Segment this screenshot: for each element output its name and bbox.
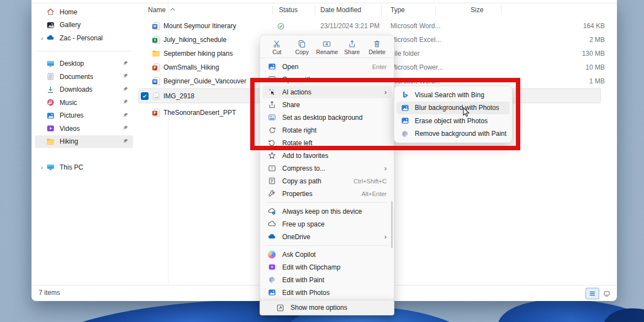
column-separator[interactable] xyxy=(501,6,502,15)
menu-item-set-as-desktop-background[interactable]: Set as desktop background xyxy=(262,111,392,124)
delete-button[interactable]: Delete xyxy=(366,39,389,55)
pin-icon xyxy=(122,125,129,131)
file-name: September hiking plans xyxy=(163,50,233,57)
menu-item-ai-actions[interactable]: AI actions xyxy=(262,86,392,98)
sidebar-item-label: Pictures xyxy=(60,112,83,119)
column-header-name[interactable]: Name xyxy=(148,6,175,14)
submenu-item-visual-search-bing[interactable]: Visual Search with Bing xyxy=(397,88,510,102)
menu-item-add-to-favorites[interactable]: Add to favorites xyxy=(262,149,392,162)
column-separator[interactable] xyxy=(272,6,273,15)
submenu-item-erase-object-photos[interactable]: Erase object with Photos xyxy=(397,114,510,128)
folder-icon xyxy=(152,49,160,57)
chevron-right-icon: › xyxy=(38,35,46,41)
menu-item-edit-with-paint[interactable]: Edit with Paint xyxy=(262,273,392,286)
column-header-size[interactable]: Size xyxy=(471,6,483,14)
file-type: Microsoft Word... xyxy=(390,22,440,30)
menu-item-rotate-right[interactable]: Rotate right xyxy=(262,124,392,136)
sidebar-item-label: Music xyxy=(60,99,77,107)
desktop: { "sidebar": { "items": [ {"label": "Hom… xyxy=(0,0,644,322)
column-separator[interactable] xyxy=(381,6,382,15)
pin-icon xyxy=(122,60,129,67)
show-more-options-button[interactable]: Show more options xyxy=(260,300,394,315)
menu-item-open-with[interactable]: Open with xyxy=(262,73,392,86)
menu-item-free-up-space[interactable]: Free up space xyxy=(262,218,392,230)
sidebar-item-downloads[interactable]: Downloads xyxy=(35,83,133,97)
sidebar-item-label: Desktop xyxy=(60,60,84,67)
bing-icon xyxy=(400,91,409,99)
photos-icon xyxy=(400,117,409,125)
desktop-icon xyxy=(46,59,55,68)
sidebar-item-music[interactable]: Music xyxy=(35,96,133,109)
cloud-check-icon xyxy=(267,207,276,216)
file-size: 2 MB xyxy=(539,36,605,44)
show-more-icon xyxy=(276,303,284,312)
copy-button[interactable]: Copy xyxy=(291,39,314,55)
sidebar-item-home[interactable]: Home xyxy=(35,6,133,19)
rename-button[interactable]: A Rename xyxy=(315,39,339,55)
svg-text:W: W xyxy=(153,80,157,83)
sidebar-item-documents[interactable]: Documents xyxy=(35,70,133,83)
column-header-type[interactable]: Type xyxy=(390,6,405,14)
rotate-right-icon xyxy=(267,126,276,135)
selected-checkbox[interactable] xyxy=(141,92,149,100)
pin-icon xyxy=(122,73,129,80)
column-separator[interactable] xyxy=(435,6,436,15)
rotate-left-icon xyxy=(267,139,276,147)
file-size: 130 MB xyxy=(539,50,605,57)
cut-label: Cut xyxy=(272,49,281,55)
pin-icon xyxy=(122,112,129,119)
file-type: Microsoft Power... xyxy=(390,64,443,71)
menu-item-open[interactable]: Open Enter xyxy=(262,60,392,73)
pin-icon xyxy=(122,99,129,105)
copy-icon xyxy=(298,40,306,48)
items-count: 7 items xyxy=(39,289,60,297)
column-separator[interactable] xyxy=(315,6,315,15)
photos-icon xyxy=(267,62,276,71)
share-button[interactable]: Share xyxy=(340,39,363,55)
sidebar-item-label: Zac - Personal xyxy=(60,34,103,42)
file-row-word[interactable]: W Mount Seymour Itinerary 23/11/2024 3:2… xyxy=(136,19,617,33)
sidebar-item-label: Downloads xyxy=(60,86,92,93)
folder-icon xyxy=(46,137,55,146)
details-view-button[interactable] xyxy=(585,288,599,299)
open-with-icon xyxy=(267,75,276,84)
cut-button[interactable]: Cut xyxy=(265,39,288,55)
file-type: Microsoft Word... xyxy=(390,77,440,85)
sidebar-item-videos[interactable]: Videos xyxy=(35,122,133,135)
sidebar-item-pictures[interactable]: Pictures xyxy=(35,109,133,123)
sidebar-item-label: Gallery xyxy=(60,21,81,29)
menu-item-onedrive[interactable]: OneDrive xyxy=(262,230,392,243)
videos-icon xyxy=(46,124,55,133)
file-size: 164 KB xyxy=(539,22,605,30)
downloads-icon xyxy=(46,85,55,94)
sidebar-item-label: This PC xyxy=(60,163,83,171)
copilot-icon xyxy=(267,250,276,259)
sidebar-item-this-pc[interactable]: › This PC xyxy=(35,161,133,174)
submenu-item-blur-background-photos[interactable]: Blur background with Photos xyxy=(397,102,510,115)
onedrive-cloud-icon xyxy=(267,233,276,241)
column-header-date-modified[interactable]: Date Modified xyxy=(320,6,361,14)
submenu-chevron-icon xyxy=(384,164,387,172)
menu-item-edit-with-clipchamp[interactable]: Edit with Clipchamp xyxy=(262,261,392,273)
gallery-icon xyxy=(46,20,55,29)
menu-item-edit-with-photos[interactable]: Edit with Photos xyxy=(262,286,392,299)
sidebar-item-onedrive-personal[interactable]: › Zac - Personal xyxy=(35,31,133,45)
menu-item-rotate-left[interactable]: Rotate left xyxy=(262,136,392,149)
menu-item-properties[interactable]: Properties Alt+Enter xyxy=(262,187,392,200)
menu-item-ask-copilot[interactable]: Ask Copilot xyxy=(262,248,392,261)
submenu-item-remove-background-paint[interactable]: Remove background with Paint xyxy=(397,128,510,141)
menu-separator xyxy=(266,245,388,246)
menu-item-compress-to[interactable]: Compress to... xyxy=(262,162,392,175)
sidebar-item-gallery[interactable]: Gallery xyxy=(35,19,133,32)
sidebar-item-desktop[interactable]: Desktop xyxy=(35,57,133,71)
menu-item-always-keep-on-device[interactable]: Always keep on this device xyxy=(262,205,392,218)
menu-item-share[interactable]: Share xyxy=(262,98,392,111)
column-header-status[interactable]: Status xyxy=(279,6,298,14)
menu-scrollbar[interactable] xyxy=(391,201,393,248)
menu-item-copy-as-path[interactable]: Copy as path Ctrl+Shift+C xyxy=(262,175,392,187)
powerpoint-file-icon: P xyxy=(152,108,160,117)
cloud-icon xyxy=(267,220,276,229)
wrench-icon xyxy=(267,189,276,198)
sidebar-item-hiking[interactable]: Hiking xyxy=(35,135,133,149)
large-icons-view-button[interactable] xyxy=(600,288,614,299)
